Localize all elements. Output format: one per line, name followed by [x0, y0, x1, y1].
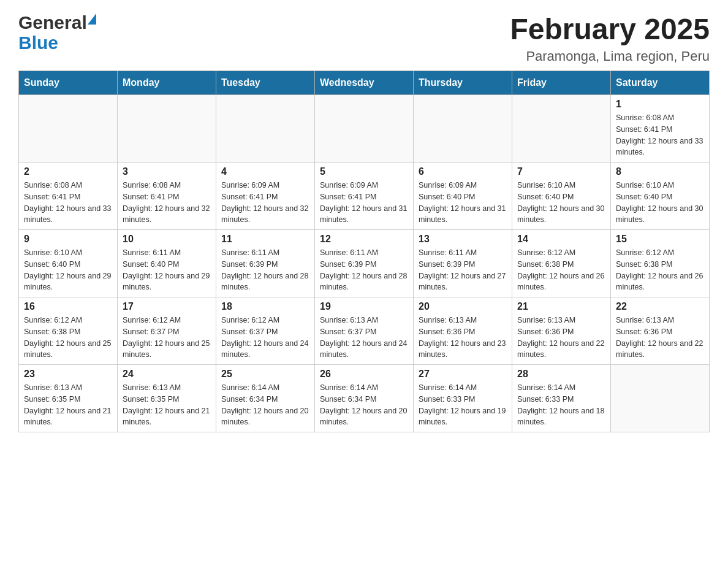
calendar-cell: 18Sunrise: 6:12 AMSunset: 6:37 PMDayligh… [216, 297, 315, 365]
calendar-cell: 12Sunrise: 6:11 AMSunset: 6:39 PMDayligh… [315, 230, 414, 297]
day-number: 26 [320, 369, 408, 380]
calendar-cell: 23Sunrise: 6:13 AMSunset: 6:35 PMDayligh… [19, 365, 118, 432]
calendar-cell: 3Sunrise: 6:08 AMSunset: 6:41 PMDaylight… [118, 163, 216, 230]
day-info: Sunrise: 6:10 AMSunset: 6:40 PMDaylight:… [616, 180, 704, 226]
day-info: Sunrise: 6:12 AMSunset: 6:38 PMDaylight:… [517, 247, 605, 293]
calendar-header-wednesday: Wednesday [315, 71, 414, 95]
day-info: Sunrise: 6:08 AMSunset: 6:41 PMDaylight:… [123, 180, 211, 226]
day-number: 14 [517, 234, 605, 245]
day-info: Sunrise: 6:13 AMSunset: 6:36 PMDaylight:… [616, 315, 704, 361]
day-number: 3 [123, 166, 211, 177]
calendar-cell [118, 95, 216, 163]
day-number: 22 [616, 301, 704, 312]
day-number: 19 [320, 301, 408, 312]
calendar-week-row: 9Sunrise: 6:10 AMSunset: 6:40 PMDaylight… [19, 230, 710, 297]
calendar-cell: 27Sunrise: 6:14 AMSunset: 6:33 PMDayligh… [414, 365, 512, 432]
logo-general-text: General [18, 12, 87, 33]
day-info: Sunrise: 6:14 AMSunset: 6:34 PMDaylight:… [320, 382, 408, 428]
day-info: Sunrise: 6:14 AMSunset: 6:33 PMDaylight:… [517, 382, 605, 428]
calendar-cell: 19Sunrise: 6:13 AMSunset: 6:37 PMDayligh… [315, 297, 414, 365]
calendar-cell: 5Sunrise: 6:09 AMSunset: 6:41 PMDaylight… [315, 163, 414, 230]
day-number: 2 [24, 166, 112, 177]
calendar-cell: 13Sunrise: 6:11 AMSunset: 6:39 PMDayligh… [414, 230, 512, 297]
day-number: 7 [517, 166, 605, 177]
calendar-cell: 16Sunrise: 6:12 AMSunset: 6:38 PMDayligh… [19, 297, 118, 365]
logo: General Blue [18, 12, 96, 53]
page-header: General Blue February 2025 Paramonga, Li… [18, 12, 710, 64]
calendar-cell [19, 95, 118, 163]
calendar-cell: 6Sunrise: 6:09 AMSunset: 6:40 PMDaylight… [414, 163, 512, 230]
day-number: 15 [616, 234, 704, 245]
day-number: 16 [24, 301, 112, 312]
logo-triangle-icon [88, 13, 96, 25]
day-number: 20 [419, 301, 507, 312]
calendar-cell: 14Sunrise: 6:12 AMSunset: 6:38 PMDayligh… [512, 230, 611, 297]
day-info: Sunrise: 6:14 AMSunset: 6:34 PMDaylight:… [221, 382, 309, 428]
day-info: Sunrise: 6:13 AMSunset: 6:35 PMDaylight:… [123, 382, 211, 428]
day-info: Sunrise: 6:14 AMSunset: 6:33 PMDaylight:… [419, 382, 507, 428]
calendar-header-thursday: Thursday [414, 71, 512, 95]
day-info: Sunrise: 6:11 AMSunset: 6:39 PMDaylight:… [320, 247, 408, 293]
day-number: 10 [123, 234, 211, 245]
calendar-cell [315, 95, 414, 163]
calendar-cell: 4Sunrise: 6:09 AMSunset: 6:41 PMDaylight… [216, 163, 315, 230]
day-number: 23 [24, 369, 112, 380]
day-info: Sunrise: 6:09 AMSunset: 6:40 PMDaylight:… [419, 180, 507, 226]
calendar-header-tuesday: Tuesday [216, 71, 315, 95]
calendar-cell: 24Sunrise: 6:13 AMSunset: 6:35 PMDayligh… [118, 365, 216, 432]
day-info: Sunrise: 6:11 AMSunset: 6:39 PMDaylight:… [221, 247, 309, 293]
day-number: 28 [517, 369, 605, 380]
calendar-week-row: 2Sunrise: 6:08 AMSunset: 6:41 PMDaylight… [19, 163, 710, 230]
calendar-cell: 8Sunrise: 6:10 AMSunset: 6:40 PMDaylight… [611, 163, 710, 230]
calendar-cell: 1Sunrise: 6:08 AMSunset: 6:41 PMDaylight… [611, 95, 710, 163]
calendar-header-friday: Friday [512, 71, 611, 95]
day-number: 13 [419, 234, 507, 245]
day-number: 4 [221, 166, 309, 177]
day-number: 11 [221, 234, 309, 245]
day-info: Sunrise: 6:10 AMSunset: 6:40 PMDaylight:… [24, 247, 112, 293]
calendar-header-monday: Monday [118, 71, 216, 95]
day-number: 18 [221, 301, 309, 312]
day-number: 17 [123, 301, 211, 312]
day-number: 5 [320, 166, 408, 177]
day-info: Sunrise: 6:12 AMSunset: 6:38 PMDaylight:… [616, 247, 704, 293]
day-info: Sunrise: 6:13 AMSunset: 6:37 PMDaylight:… [320, 315, 408, 361]
day-info: Sunrise: 6:08 AMSunset: 6:41 PMDaylight:… [24, 180, 112, 226]
calendar-cell: 28Sunrise: 6:14 AMSunset: 6:33 PMDayligh… [512, 365, 611, 432]
day-info: Sunrise: 6:09 AMSunset: 6:41 PMDaylight:… [320, 180, 408, 226]
title-section: February 2025 Paramonga, Lima region, Pe… [510, 12, 710, 64]
calendar-cell: 10Sunrise: 6:11 AMSunset: 6:40 PMDayligh… [118, 230, 216, 297]
day-info: Sunrise: 6:13 AMSunset: 6:36 PMDaylight:… [517, 315, 605, 361]
day-number: 12 [320, 234, 408, 245]
day-number: 1 [616, 99, 704, 110]
location-subtitle: Paramonga, Lima region, Peru [510, 48, 710, 64]
calendar-cell: 7Sunrise: 6:10 AMSunset: 6:40 PMDaylight… [512, 163, 611, 230]
logo-blue-text: Blue [18, 33, 96, 53]
day-number: 21 [517, 301, 605, 312]
day-number: 8 [616, 166, 704, 177]
calendar-cell [414, 95, 512, 163]
calendar-cell: 20Sunrise: 6:13 AMSunset: 6:36 PMDayligh… [414, 297, 512, 365]
day-info: Sunrise: 6:12 AMSunset: 6:37 PMDaylight:… [123, 315, 211, 361]
month-title: February 2025 [510, 12, 710, 46]
day-number: 25 [221, 369, 309, 380]
calendar-table: SundayMondayTuesdayWednesdayThursdayFrid… [18, 71, 710, 432]
calendar-header-sunday: Sunday [19, 71, 118, 95]
day-info: Sunrise: 6:11 AMSunset: 6:39 PMDaylight:… [419, 247, 507, 293]
calendar-week-row: 23Sunrise: 6:13 AMSunset: 6:35 PMDayligh… [19, 365, 710, 432]
calendar-cell: 17Sunrise: 6:12 AMSunset: 6:37 PMDayligh… [118, 297, 216, 365]
calendar-cell: 26Sunrise: 6:14 AMSunset: 6:34 PMDayligh… [315, 365, 414, 432]
calendar-cell: 22Sunrise: 6:13 AMSunset: 6:36 PMDayligh… [611, 297, 710, 365]
day-info: Sunrise: 6:13 AMSunset: 6:35 PMDaylight:… [24, 382, 112, 428]
calendar-week-row: 16Sunrise: 6:12 AMSunset: 6:38 PMDayligh… [19, 297, 710, 365]
calendar-cell: 21Sunrise: 6:13 AMSunset: 6:36 PMDayligh… [512, 297, 611, 365]
day-info: Sunrise: 6:13 AMSunset: 6:36 PMDaylight:… [419, 315, 507, 361]
calendar-cell: 15Sunrise: 6:12 AMSunset: 6:38 PMDayligh… [611, 230, 710, 297]
day-info: Sunrise: 6:08 AMSunset: 6:41 PMDaylight:… [616, 112, 704, 158]
day-number: 27 [419, 369, 507, 380]
day-info: Sunrise: 6:12 AMSunset: 6:37 PMDaylight:… [221, 315, 309, 361]
calendar-cell [611, 365, 710, 432]
day-info: Sunrise: 6:12 AMSunset: 6:38 PMDaylight:… [24, 315, 112, 361]
day-number: 9 [24, 234, 112, 245]
calendar-cell: 25Sunrise: 6:14 AMSunset: 6:34 PMDayligh… [216, 365, 315, 432]
